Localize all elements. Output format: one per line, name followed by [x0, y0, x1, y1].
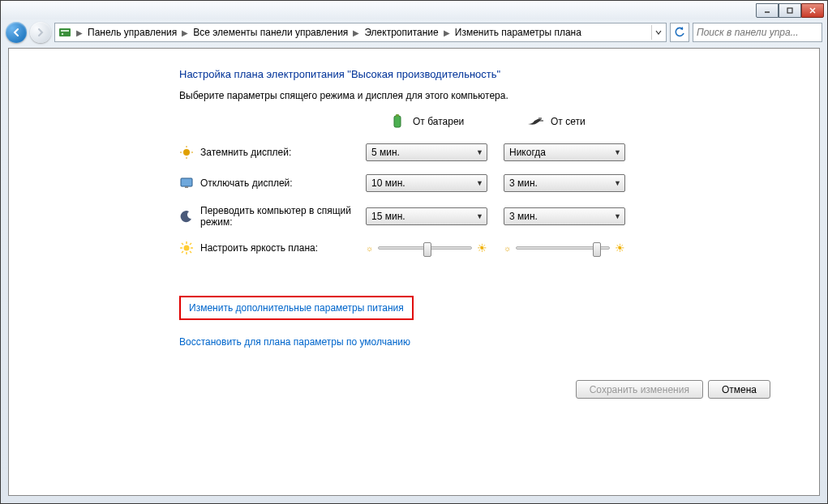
- svg-rect-19: [185, 186, 188, 188]
- sleep-battery-dropdown[interactable]: 15 мин.▼: [366, 207, 487, 225]
- chevron-right-icon: ▶: [440, 28, 453, 37]
- chevron-down-icon: ▼: [476, 148, 483, 156]
- chevron-down-icon: ▼: [476, 212, 483, 220]
- sun-big-icon: ☀: [477, 241, 487, 254]
- cancel-button[interactable]: Отмена: [708, 380, 770, 399]
- row-brightness: Настроить яркость плана:: [179, 241, 366, 255]
- svg-rect-5: [61, 30, 69, 32]
- save-button[interactable]: Сохранить изменения: [576, 380, 703, 399]
- chevron-right-icon: ▶: [178, 28, 191, 37]
- brightness-icon: [179, 241, 194, 255]
- slider-thumb[interactable]: [423, 242, 431, 257]
- svg-rect-12: [540, 120, 543, 122]
- links-section: Изменить дополнительные параметры питани…: [179, 296, 787, 348]
- breadcrumb[interactable]: ▶ Панель управления ▶ Все элементы панел…: [54, 23, 667, 42]
- brightness-battery-slider[interactable]: ☼ ☀: [366, 241, 487, 254]
- svg-rect-4: [59, 28, 71, 36]
- svg-line-26: [190, 251, 191, 253]
- row-sleep-label: Переводить компьютер в спящий режим:: [200, 205, 363, 228]
- sun-big-icon: ☀: [615, 241, 625, 254]
- breadcrumb-item[interactable]: Изменить параметры плана: [453, 27, 583, 38]
- sun-small-icon: ☼: [366, 244, 373, 253]
- titlebar: [1, 1, 827, 19]
- svg-line-27: [190, 243, 191, 245]
- svg-line-25: [182, 243, 183, 245]
- column-battery: От батареи: [366, 113, 504, 130]
- plug-icon: [526, 113, 544, 130]
- control-panel-icon: [58, 26, 71, 39]
- dim-battery-dropdown[interactable]: 5 мин.▼: [366, 143, 487, 161]
- row-brightness-label: Настроить яркость плана:: [200, 242, 318, 254]
- breadcrumb-item[interactable]: Все элементы панели управления: [191, 27, 350, 38]
- slider-thumb[interactable]: [593, 242, 601, 257]
- brightness-ac-slider[interactable]: ☼ ☀: [504, 241, 625, 254]
- battery-icon: [388, 113, 406, 130]
- chevron-down-icon: ▼: [476, 179, 483, 187]
- svg-rect-18: [181, 178, 192, 186]
- slider-track[interactable]: [516, 246, 610, 250]
- svg-rect-10: [396, 114, 399, 117]
- dim-icon: [179, 145, 194, 160]
- chevron-down-icon: ▼: [614, 179, 621, 187]
- refresh-button[interactable]: [670, 23, 689, 42]
- breadcrumb-item[interactable]: Электропитание: [363, 27, 440, 38]
- moon-icon: [179, 209, 194, 224]
- page-subtitle: Выберите параметры спящего режима и дисп…: [179, 90, 787, 101]
- svg-rect-1: [787, 8, 792, 13]
- dim-ac-dropdown[interactable]: Никогда▼: [504, 143, 625, 161]
- slider-track[interactable]: [378, 246, 472, 250]
- settings-grid: От батареи От сети Затемнить дисплей: 5 …: [179, 113, 787, 255]
- row-dim: Затемнить дисплей:: [179, 145, 366, 160]
- search-box[interactable]: [693, 23, 822, 42]
- svg-rect-9: [394, 116, 401, 127]
- restore-defaults-link[interactable]: Восстановить для плана параметры по умол…: [179, 336, 410, 348]
- chevron-right-icon: ▶: [350, 28, 363, 37]
- navbar: ▶ Панель управления ▶ Все элементы панел…: [1, 19, 827, 45]
- svg-point-20: [184, 246, 190, 251]
- minimize-button[interactable]: [756, 3, 779, 18]
- chevron-right-icon: ▶: [73, 28, 86, 37]
- maximize-button[interactable]: [779, 3, 801, 18]
- close-button[interactable]: [801, 3, 824, 18]
- advanced-settings-link[interactable]: Изменить дополнительные параметры питани…: [189, 302, 404, 314]
- button-row: Сохранить изменения Отмена: [179, 380, 787, 399]
- chevron-down-icon: ▼: [614, 148, 621, 156]
- nav-back-button[interactable]: [6, 22, 27, 43]
- breadcrumb-item[interactable]: Панель управления: [86, 27, 178, 38]
- row-off-label: Отключать дисплей:: [200, 177, 293, 189]
- column-battery-label: От батареи: [413, 116, 464, 127]
- svg-point-13: [183, 149, 190, 156]
- chevron-down-icon: ▼: [614, 212, 621, 220]
- off-battery-dropdown[interactable]: 10 мин.▼: [366, 174, 487, 192]
- window-controls: [756, 3, 824, 18]
- sleep-ac-dropdown[interactable]: 3 мин.▼: [504, 207, 625, 225]
- row-sleep: Переводить компьютер в спящий режим:: [179, 205, 366, 228]
- breadcrumb-dropdown[interactable]: [651, 25, 664, 40]
- column-ac-label: От сети: [551, 116, 586, 127]
- column-ac: От сети: [504, 113, 641, 130]
- row-off: Отключать дисплей:: [179, 176, 366, 190]
- highlighted-link-box: Изменить дополнительные параметры питани…: [179, 296, 414, 320]
- monitor-icon: [179, 176, 194, 190]
- content-area: Настройка плана электропитания "Высокая …: [8, 48, 820, 496]
- off-ac-dropdown[interactable]: 3 мин.▼: [504, 174, 625, 192]
- search-input[interactable]: [697, 27, 819, 38]
- row-dim-label: Затемнить дисплей:: [200, 147, 291, 158]
- page-title: Настройка плана электропитания "Высокая …: [179, 68, 787, 80]
- sun-small-icon: ☼: [504, 244, 511, 253]
- svg-line-28: [182, 251, 183, 253]
- svg-rect-11: [538, 117, 542, 119]
- nav-forward-button[interactable]: [30, 22, 51, 43]
- svg-point-6: [62, 33, 63, 35]
- window: ▶ Панель управления ▶ Все элементы панел…: [0, 0, 828, 504]
